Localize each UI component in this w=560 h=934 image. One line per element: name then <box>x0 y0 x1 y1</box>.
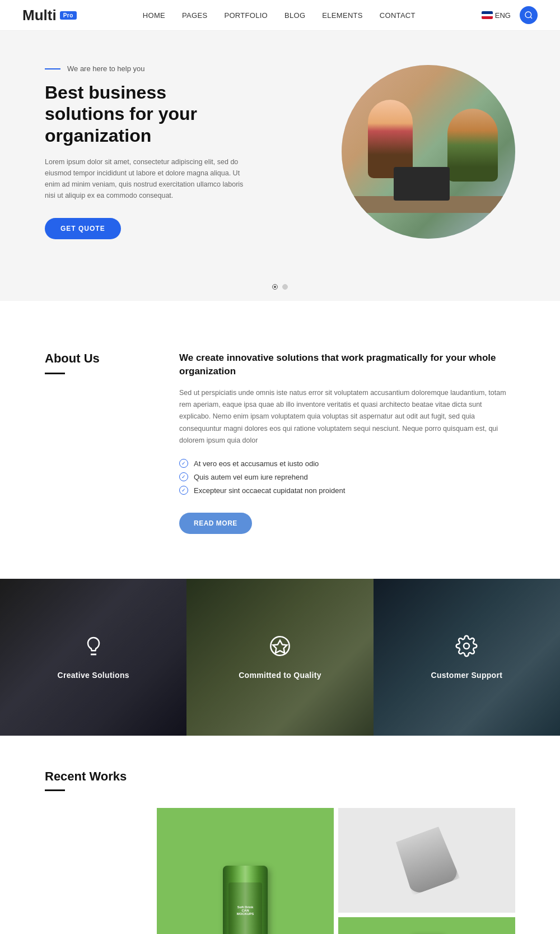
portfolio-item-can2[interactable] <box>338 917 515 934</box>
check-label-1: At vero eos et accusamus et iusto odio <box>194 459 319 468</box>
nav-pages[interactable]: PAGES <box>182 11 207 20</box>
panel-label-3: Customer Support <box>431 671 502 680</box>
hero-body: Lorem ipsum dolor sit amet, consectetur … <box>45 156 246 201</box>
main-nav: HOME PAGES PORTFOLIO BLOG ELEMENTS CONTA… <box>143 11 416 20</box>
check-icon-3 <box>179 486 188 495</box>
panel-content-3: Customer Support <box>431 635 502 680</box>
carousel-dot-1[interactable] <box>272 284 278 290</box>
read-more-button[interactable]: READ MORE <box>179 513 252 534</box>
hero-section: We are here to help you Best business so… <box>0 31 560 273</box>
cup-shape <box>394 825 460 895</box>
check-item-2: Quis autem vel eum iure reprehend <box>179 470 515 484</box>
hero-circle-photo <box>342 65 515 239</box>
get-quote-button[interactable]: GET QUOTE <box>45 218 121 239</box>
panel-content-2: Committed to Quality <box>239 635 321 680</box>
panel-quality: Committed to Quality <box>186 579 373 736</box>
can-label-text: Soft DrinkCANMOCKUPS <box>237 905 254 916</box>
hero-content: We are here to help you Best business so… <box>45 64 325 239</box>
about-section: About Us We create innovative solutions … <box>0 323 560 562</box>
flag-icon <box>482 11 493 19</box>
language-selector[interactable]: ENG <box>482 11 511 20</box>
logo: Multi Pro <box>22 7 77 24</box>
portfolio-grid: Soft DrinkCANMOCKUPS <box>157 808 515 934</box>
header-right: ENG <box>482 6 538 24</box>
check-icon-1 <box>179 459 188 468</box>
nav-elements[interactable]: ELEMENTS <box>322 11 362 20</box>
portfolio-item-cup[interactable] <box>338 808 515 913</box>
nav-home[interactable]: HOME <box>143 11 165 20</box>
svg-marker-4 <box>273 640 287 653</box>
panel-support: Customer Support <box>374 579 560 736</box>
can-shape-1: Soft DrinkCANMOCKUPS <box>223 866 268 934</box>
pro-badge: Pro <box>60 11 77 20</box>
check-item-3: Excepteur sint occaecat cupidatat non pr… <box>179 484 515 497</box>
svg-line-1 <box>530 17 532 18</box>
laptop-element <box>394 167 450 201</box>
bulb-icon <box>58 635 129 662</box>
about-headline: We create innovative solutions that work… <box>179 351 515 378</box>
check-label-3: Excepteur sint occaecat cupidatat non pr… <box>194 486 345 495</box>
panel-label-2: Committed to Quality <box>239 671 321 680</box>
check-icon-2 <box>179 472 188 481</box>
about-right: We create innovative solutions that work… <box>179 351 515 534</box>
lang-label: ENG <box>495 11 511 20</box>
can-label-1: Soft DrinkCANMOCKUPS <box>228 882 262 934</box>
recent-works-underline <box>45 789 65 791</box>
check-item-1: At vero eos et accusamus et iusto odio <box>179 457 515 470</box>
carousel-dot-2[interactable] <box>282 284 288 290</box>
about-left: About Us <box>45 351 146 534</box>
three-panels: Creative Solutions Committed to Quality <box>0 579 560 736</box>
about-title-underline <box>45 373 65 374</box>
person2-silhouette <box>447 109 498 182</box>
check-label-2: Quis autem vel eum iure reprehend <box>194 473 308 481</box>
recent-works-section: Recent Works Soft DrinkCANMOCKUPS <box>0 736 560 934</box>
photo-sim-bg <box>342 65 515 239</box>
star-icon <box>239 635 321 662</box>
recent-works-title: Recent Works <box>45 769 515 784</box>
carousel-dots <box>0 273 560 301</box>
panel-creative: Creative Solutions <box>0 579 186 736</box>
nav-blog[interactable]: BLOG <box>284 11 305 20</box>
section-divider-1 <box>0 301 560 323</box>
header: Multi Pro HOME PAGES PORTFOLIO BLOG ELEM… <box>0 0 560 31</box>
hero-image <box>325 65 515 239</box>
check-list: At vero eos et accusamus et iusto odio Q… <box>179 457 515 497</box>
portfolio-item-can1[interactable]: Soft DrinkCANMOCKUPS <box>157 808 334 934</box>
search-button[interactable] <box>520 6 538 24</box>
search-icon <box>524 11 533 20</box>
logo-text: Multi <box>22 7 57 24</box>
svg-point-5 <box>464 643 469 649</box>
nav-contact[interactable]: CONTACT <box>380 11 416 20</box>
gear-icon <box>431 635 502 662</box>
nav-portfolio[interactable]: PORTFOLIO <box>224 11 268 20</box>
panel-content-1: Creative Solutions <box>58 635 129 680</box>
hero-tagline: We are here to help you <box>45 64 325 73</box>
about-body: Sed ut perspiciatis unde omnis iste natu… <box>179 387 515 447</box>
about-title: About Us <box>45 351 146 366</box>
svg-point-0 <box>525 12 531 18</box>
panel-label-1: Creative Solutions <box>58 671 129 680</box>
hero-title: Best business solutions for your organiz… <box>45 82 235 146</box>
recent-works-header: Recent Works <box>45 769 515 791</box>
